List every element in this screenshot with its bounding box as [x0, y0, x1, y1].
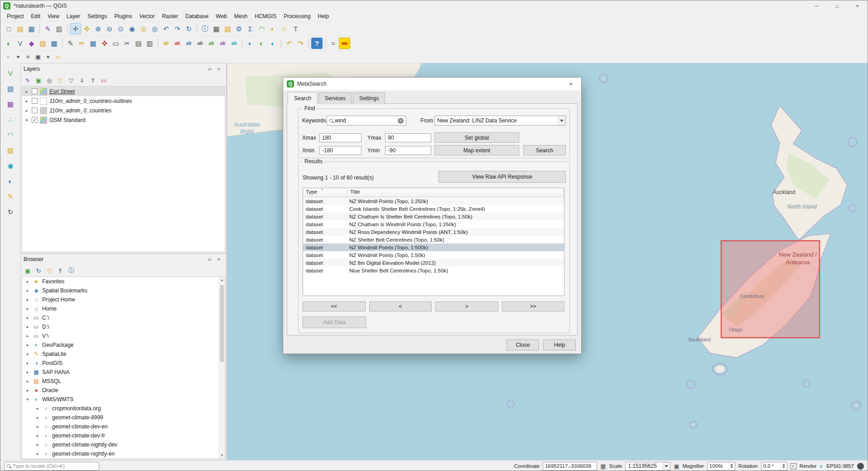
statistical-summary-icon[interactable]: Σ	[245, 23, 256, 34]
expand-arrow-icon[interactable]: ▸	[25, 306, 30, 311]
menu-item[interactable]: Plugins	[111, 12, 135, 21]
xmin-input[interactable]: -180	[319, 146, 362, 155]
toggle-editing-icon[interactable]: ✏	[76, 38, 87, 49]
layer-labeling-icon[interactable]: ab	[160, 38, 172, 49]
pan-map-icon[interactable]: ✛	[70, 23, 81, 34]
column-header-title[interactable]: Title	[347, 188, 564, 197]
new-geopackage-icon[interactable]: ◐	[3, 38, 14, 49]
expand-arrow-icon[interactable]: ▸	[25, 316, 30, 320]
map-tips-icon[interactable]: ◐	[267, 23, 279, 34]
dialog-tab[interactable]: Services	[318, 92, 352, 104]
scroll-down-icon[interactable]: ▼	[219, 452, 225, 458]
result-row[interactable]: dataset NZ Ross Dependency Windmill Poin…	[303, 228, 564, 236]
attribute-table-icon[interactable]: ▦	[211, 23, 222, 34]
dialog-tab[interactable]: Search	[288, 92, 318, 104]
expand-arrow-icon[interactable]: ▸	[24, 99, 29, 103]
locate-input[interactable]: Type to locate (Ctrl+K)	[4, 462, 99, 471]
menu-item[interactable]: HCMGIS	[251, 12, 280, 21]
layer-item[interactable]: ▸ 110m_admin_0_countries	[22, 106, 225, 115]
filter-legend-icon[interactable]: ▽	[55, 75, 65, 85]
annotation-tool-icon[interactable]: ✎	[5, 191, 16, 202]
layers-panel-header[interactable]: Layers ▱ ×	[21, 63, 226, 74]
close-button[interactable]: Close	[506, 340, 539, 350]
browser-item[interactable]: ▸ ▭ C:\	[22, 313, 219, 322]
cut-features-icon[interactable]: ✂	[121, 38, 133, 49]
close-panel-icon[interactable]: ×	[214, 257, 223, 262]
scrollbar-thumb[interactable]	[220, 285, 224, 362]
from-select[interactable]: New Zealand: LINZ Data Service	[434, 116, 566, 126]
expand-arrow-icon[interactable]: ▸	[25, 379, 30, 384]
label-toggle-icon[interactable]: ab	[228, 38, 240, 49]
expand-arrow-icon[interactable]: ▸	[25, 325, 30, 329]
nnjoin-icon[interactable]: NN	[339, 38, 350, 49]
layer-diagram-icon[interactable]: ab	[172, 38, 183, 49]
expand-arrow-icon[interactable]: ▸	[24, 108, 29, 113]
dialog-title-bar[interactable]: Q MetaSearch ×	[283, 78, 581, 90]
processing-toolbox-icon[interactable]: ⚙	[233, 23, 245, 34]
point-cloud-icon[interactable]: ∴	[5, 114, 16, 125]
text-annotation-icon[interactable]: T	[290, 23, 301, 34]
style-manager-icon[interactable]: ✎	[42, 23, 53, 34]
result-row[interactable]: dataset NZ 8m Digital Elevation Model (2…	[303, 259, 564, 267]
menu-item[interactable]: Layer	[63, 12, 84, 21]
scale-lock-icon[interactable]: ▣	[674, 463, 679, 470]
zoom-in-icon[interactable]: ⊕	[92, 23, 104, 34]
extents-toggle-icon[interactable]: ▦	[600, 463, 606, 470]
magnifier-spinbox[interactable]: 100%	[707, 462, 735, 471]
new-temporary-layer-icon[interactable]: ▨	[37, 38, 48, 49]
add-data-button[interactable]: Add Data	[303, 316, 366, 328]
expand-arrow-icon[interactable]: ▸	[25, 279, 30, 284]
open-layer-styling-icon[interactable]: ✎	[23, 75, 33, 85]
browser-item[interactable]: ▸ ★ Favorites	[22, 277, 219, 286]
globe-tool-icon[interactable]: ◐	[5, 175, 16, 187]
zoom-to-selection-icon[interactable]: ◎	[138, 23, 149, 34]
add-group-icon[interactable]: ▣	[34, 75, 43, 85]
layer-checkbox[interactable]	[32, 107, 38, 113]
dropdown-arrow-icon[interactable]: ▾	[13, 52, 23, 62]
zoom-full-icon[interactable]: ◉	[126, 23, 138, 34]
filter-expression-icon[interactable]: ▽	[66, 75, 76, 85]
layer-item[interactable]: ▸ Esri Street	[22, 87, 225, 96]
expand-arrow-icon[interactable]: ▸	[25, 388, 30, 393]
search-button[interactable]: Search	[523, 145, 566, 155]
refresh-browser-icon[interactable]: ↻	[34, 266, 43, 276]
browser-item[interactable]: ▸ ✎ SpatiaLite	[22, 350, 219, 359]
dialog-tab[interactable]: Settings	[353, 92, 385, 104]
new-spatialite-icon[interactable]: ◆	[26, 38, 37, 49]
raster-tools-icon[interactable]: ▦	[5, 98, 16, 110]
set-global-button[interactable]: Set global	[434, 132, 519, 143]
dropdown-arrow-icon[interactable]: ▾	[43, 52, 53, 62]
map-theme-icon[interactable]: ▣	[33, 52, 43, 62]
close-panel-icon[interactable]: ×	[214, 66, 223, 72]
expand-arrow-icon[interactable]: ▸	[25, 288, 30, 293]
collapse-all-icon[interactable]: ⇑	[88, 75, 98, 85]
messages-icon[interactable]	[857, 463, 864, 470]
menu-item[interactable]: Vector	[136, 12, 159, 21]
column-header-type[interactable]: Type ▴	[303, 188, 347, 197]
browser-item[interactable]: ▸ ▭ D:\	[22, 322, 219, 331]
open-project-icon[interactable]: ▤	[14, 23, 26, 34]
render-checkbox[interactable]	[791, 463, 796, 469]
annotation-layer-icon[interactable]: ▱	[53, 52, 63, 62]
browser-item[interactable]: ▸ ▦ SAP HANA	[22, 368, 219, 377]
result-row[interactable]: dataset NZ Windmill Points (Topo, 1:500k…	[303, 243, 564, 251]
zoom-last-icon[interactable]: ↶	[160, 23, 172, 34]
web-services-icon[interactable]: ◐	[267, 38, 279, 49]
epsg-button[interactable]: EPSG:3857	[826, 463, 854, 469]
browser-item[interactable]: ▸ ● Oracle	[22, 386, 219, 395]
pagination-button[interactable]: <<	[303, 301, 366, 311]
result-row[interactable]: dataset Cook Islands Shelter Belt Centre…	[303, 205, 564, 213]
layer-checkbox[interactable]	[32, 117, 38, 123]
view-raw-api-button[interactable]: View Raw API Response	[439, 171, 566, 183]
expand-arrow-icon[interactable]: ▸	[25, 334, 30, 338]
identify-tool-icon[interactable]: ◉	[5, 160, 16, 171]
select-polygon-icon[interactable]: ▧	[5, 145, 16, 156]
digitize-curve-icon[interactable]: ◠	[5, 129, 16, 141]
current-edits-icon[interactable]: ✎	[65, 38, 76, 49]
rotation-spinbox[interactable]: 0.0 °	[761, 462, 787, 471]
browser-item[interactable]: ▸ ‹ geomet-climate-dev-fr	[22, 431, 219, 440]
help-button[interactable]: Help	[543, 340, 576, 350]
add-selected-layers-icon[interactable]: ▣	[23, 266, 33, 276]
browser-item[interactable]: ▸ ‹ cropmonitordata.org	[22, 404, 219, 413]
pagination-button[interactable]: >>	[502, 301, 565, 311]
